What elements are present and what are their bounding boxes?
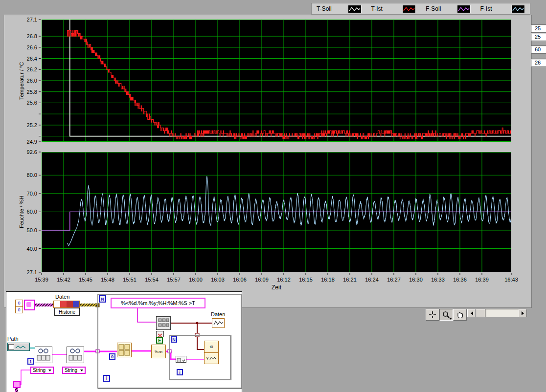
zero-constant[interactable]: 0 bbox=[109, 353, 115, 360]
loop-count-terminal[interactable]: N bbox=[99, 295, 106, 303]
format-datetime-node[interactable] bbox=[156, 316, 171, 330]
history-wire bbox=[80, 304, 97, 306]
scroll-left-button[interactable] bbox=[467, 309, 476, 317]
svg-text:24.9: 24.9 bbox=[27, 139, 37, 145]
string-selector-1[interactable]: String bbox=[30, 367, 54, 374]
setpoint-box-4[interactable]: 26 bbox=[531, 59, 546, 67]
temperature-chart[interactable]: 27.126.826.626.426.226.025.825.625.224.9 bbox=[20, 17, 523, 148]
svg-text:16:15: 16:15 bbox=[299, 277, 313, 283]
svg-text:16:33: 16:33 bbox=[431, 277, 445, 283]
svg-text:26.2: 26.2 bbox=[27, 66, 37, 72]
build-array-node[interactable] bbox=[117, 343, 132, 357]
cursor-tool-button[interactable] bbox=[426, 309, 439, 321]
svg-text:16:18: 16:18 bbox=[321, 277, 335, 283]
svg-text:16:21: 16:21 bbox=[343, 277, 357, 283]
hand-icon bbox=[455, 310, 464, 319]
daten-terminal[interactable] bbox=[212, 318, 225, 328]
legend-label-f-soll: F-Soll bbox=[426, 5, 441, 12]
t-soll-waveform-icon[interactable] bbox=[348, 5, 362, 13]
format-into-string-node[interactable]: %.nn bbox=[151, 345, 166, 358]
svg-text:40.0: 40.0 bbox=[27, 246, 37, 252]
scroll-right-button[interactable] bbox=[519, 309, 527, 317]
zoom-dropdown-icon[interactable] bbox=[449, 318, 452, 320]
svg-text:15:54: 15:54 bbox=[145, 277, 159, 283]
string-wire-down bbox=[15, 388, 18, 392]
cluster-constant[interactable] bbox=[24, 300, 35, 310]
dropdown-icon bbox=[48, 370, 51, 371]
svg-text:80.0: 80.0 bbox=[27, 172, 37, 178]
daten-label: Daten bbox=[55, 294, 69, 300]
cluster-wire bbox=[35, 304, 53, 306]
svg-text:26.0: 26.0 bbox=[27, 78, 37, 84]
crosshair-icon bbox=[428, 310, 437, 319]
history-terminal-icon[interactable] bbox=[53, 301, 80, 308]
svg-text:16:03: 16:03 bbox=[211, 277, 225, 283]
one-constant[interactable]: 1 bbox=[27, 358, 34, 365]
svg-text:16:27: 16:27 bbox=[387, 277, 401, 283]
legend-item-f-soll[interactable]: F-Soll bbox=[421, 3, 476, 14]
scrollbar-track[interactable] bbox=[485, 309, 519, 317]
right-arrow-icon bbox=[522, 311, 526, 315]
inner-loop-count-terminal[interactable]: N bbox=[171, 336, 177, 343]
svg-text:25.6: 25.6 bbox=[27, 100, 37, 106]
time-format-string[interactable]: %<%d.%m.%y;%H:%M:%S >T bbox=[111, 298, 205, 308]
f-ist-waveform-icon[interactable] bbox=[511, 5, 525, 13]
waveform-icon bbox=[209, 356, 216, 361]
legend-label-f-ist: F-Ist bbox=[480, 5, 492, 12]
svg-text:15:45: 15:45 bbox=[79, 277, 92, 283]
daten2-label: Daten bbox=[211, 311, 225, 317]
svg-text:15:39: 15:39 bbox=[35, 277, 48, 283]
setpoint-box-2[interactable]: 25 bbox=[531, 33, 546, 41]
t-ist-waveform-icon[interactable] bbox=[402, 5, 416, 13]
svg-text:26.6: 26.6 bbox=[27, 44, 37, 50]
svg-text:25.8: 25.8 bbox=[27, 89, 37, 95]
dropdown-icon bbox=[80, 370, 83, 371]
svg-text:60.0: 60.0 bbox=[27, 209, 37, 215]
svg-text:15:57: 15:57 bbox=[167, 277, 181, 283]
svg-text:16:30: 16:30 bbox=[409, 277, 423, 283]
legend-item-t-soll[interactable]: T-Soll bbox=[312, 3, 366, 14]
history-label[interactable]: Historie bbox=[54, 308, 80, 316]
read-file-node-1[interactable] bbox=[35, 347, 52, 363]
svg-text:16:36: 16:36 bbox=[453, 277, 467, 283]
svg-text:25.2: 25.2 bbox=[27, 122, 37, 128]
string-terminal[interactable] bbox=[13, 381, 21, 388]
svg-text:16:12: 16:12 bbox=[277, 277, 291, 283]
labview-window: T-Soll T-Ist F-Soll F-Ist Temperatur / °… bbox=[0, 0, 546, 392]
f-soll-waveform-icon[interactable] bbox=[457, 5, 471, 13]
svg-text:15:42: 15:42 bbox=[57, 277, 70, 283]
svg-text:15:48: 15:48 bbox=[101, 277, 114, 283]
graph-palette bbox=[426, 309, 467, 321]
svg-text:92.6: 92.6 bbox=[27, 150, 37, 155]
loop-iteration-terminal[interactable]: i bbox=[103, 375, 110, 382]
svg-text:27.1: 27.1 bbox=[27, 269, 37, 275]
block-diagram: Daten Historie 0 0 N i %<%d.%m.%y;%H:%M:… bbox=[6, 291, 242, 392]
svg-text:16:43: 16:43 bbox=[504, 277, 518, 283]
pan-tool-button[interactable] bbox=[453, 309, 467, 321]
false-constant[interactable]: F bbox=[156, 337, 163, 344]
string-selector-2[interactable]: String bbox=[62, 367, 86, 374]
svg-text:70.0: 70.0 bbox=[27, 191, 37, 196]
legend-label-t-soll: T-Soll bbox=[317, 5, 332, 12]
time-axis-title: Zeit bbox=[42, 284, 511, 291]
setpoint-box-1[interactable]: 25 bbox=[531, 24, 546, 33]
svg-text:27.1: 27.1 bbox=[27, 17, 37, 22]
t0-cell: t0 bbox=[205, 341, 218, 353]
path-control[interactable] bbox=[7, 343, 30, 351]
legend-item-t-ist[interactable]: T-Ist bbox=[366, 3, 421, 14]
x-scrollbar[interactable] bbox=[467, 309, 527, 317]
setpoint-box-3[interactable]: 60 bbox=[531, 45, 546, 54]
svg-text:16:24: 16:24 bbox=[365, 277, 379, 283]
scrollbar-thumb[interactable] bbox=[476, 309, 485, 317]
build-waveform-node[interactable]: t0 y bbox=[204, 341, 219, 364]
svg-text:16:39: 16:39 bbox=[475, 277, 489, 283]
array-constant[interactable]: 0 0 bbox=[15, 300, 23, 313]
index-array-node[interactable] bbox=[176, 356, 186, 363]
zoom-tool-button[interactable] bbox=[439, 309, 453, 321]
read-file-node-2[interactable] bbox=[67, 347, 84, 363]
humidity-chart[interactable]: 92.680.070.060.050.040.027.115:3915:4215… bbox=[20, 150, 523, 287]
path-glyph-icon bbox=[15, 345, 27, 349]
legend-label-t-ist: T-Ist bbox=[371, 5, 383, 12]
legend-item-f-ist[interactable]: F-Ist bbox=[476, 3, 530, 14]
inner-loop-iteration-terminal[interactable]: i bbox=[177, 369, 183, 375]
